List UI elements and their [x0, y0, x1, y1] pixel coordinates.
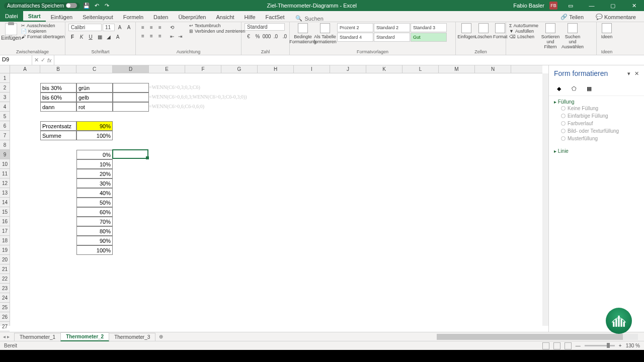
indent-dec[interactable]: ⇤ — [168, 32, 176, 40]
row-header[interactable]: 19 — [0, 245, 10, 255]
sheet-tab[interactable]: Thermometer_2 — [60, 332, 109, 341]
fill-section-header[interactable]: ▸ Füllung — [554, 99, 639, 105]
autosum-button[interactable]: Σ AutoSumme — [509, 23, 538, 28]
cell[interactable]: rot — [76, 102, 113, 112]
decrease-font-icon[interactable]: A — [125, 23, 133, 31]
cell[interactable]: bis 30% — [40, 83, 76, 93]
pane-options-icon[interactable]: ▾ — [627, 70, 630, 77]
paste-button[interactable]: Einfügen — [3, 23, 19, 41]
row-header[interactable]: 22 — [0, 274, 10, 284]
cell[interactable]: Summe — [40, 131, 76, 140]
tab-start[interactable]: Start — [23, 12, 46, 22]
effects-tab-icon[interactable]: ⬠ — [569, 83, 579, 94]
fill-button[interactable]: ▼ Ausfüllen — [509, 29, 538, 34]
row-header[interactable]: 8 — [0, 140, 10, 150]
row-header[interactable]: 11 — [0, 169, 10, 178]
row-header[interactable]: 14 — [0, 198, 10, 207]
cell[interactable]: 0% — [76, 150, 113, 159]
increase-font-icon[interactable]: A — [116, 23, 124, 31]
column-header[interactable]: I — [294, 65, 330, 73]
zoom-level[interactable]: 130 % — [626, 343, 640, 348]
undo-icon[interactable]: ↶ — [93, 2, 100, 9]
cell[interactable]: 70% — [76, 217, 113, 226]
cell[interactable]: 90% — [76, 121, 113, 131]
user-name[interactable]: Fabio Basler — [513, 3, 544, 9]
percent-button[interactable]: % — [254, 32, 262, 40]
line-section-header[interactable]: ▸ Linie — [554, 148, 639, 154]
underline-button[interactable]: U — [87, 33, 95, 41]
copy-button[interactable]: 📄 Kopieren — [21, 29, 65, 34]
column-header[interactable]: G — [221, 65, 258, 73]
column-header[interactable]: H — [258, 65, 294, 73]
save-icon[interactable]: 💾 — [83, 2, 90, 9]
minimize-icon[interactable]: — — [584, 0, 600, 11]
cell[interactable]: 20% — [76, 169, 113, 178]
tab-seitenlayout[interactable]: Seitenlayout — [77, 13, 118, 22]
fill-option[interactable]: Einfarbige Füllung — [554, 112, 639, 120]
align-top[interactable]: ≡ — [139, 23, 147, 31]
row-header[interactable]: 15 — [0, 207, 10, 217]
row-header[interactable]: 21 — [0, 264, 10, 274]
tab-einfuegen[interactable]: Einfügen — [46, 13, 77, 22]
cut-button[interactable]: ✂ Ausschneiden — [21, 23, 65, 28]
fill-option[interactable]: Musterfüllung — [554, 135, 639, 142]
row-header[interactable]: 5 — [0, 112, 10, 121]
delete-cells-button[interactable]: Löschen — [476, 23, 491, 39]
tab-hilfe[interactable]: Hilfe — [239, 13, 261, 22]
zoom-out-icon[interactable]: — — [576, 343, 581, 348]
row-header[interactable]: 7 — [0, 131, 10, 140]
italic-button[interactable]: K — [77, 33, 86, 41]
row-header[interactable]: 25 — [0, 303, 10, 312]
column-header[interactable]: A — [10, 65, 40, 73]
cell[interactable]: 10% — [76, 159, 113, 169]
zoom-in-icon[interactable]: + — [619, 343, 622, 348]
vertical-scrollbar[interactable] — [542, 73, 548, 326]
page-break-view-icon[interactable] — [565, 342, 572, 349]
size-tab-icon[interactable]: ▦ — [584, 83, 594, 94]
close-icon[interactable]: ✕ — [626, 0, 642, 11]
row-header[interactable]: 17 — [0, 226, 10, 236]
cell[interactable]: 30% — [76, 178, 113, 188]
tab-ansicht[interactable]: Ansicht — [211, 13, 239, 22]
horizontal-scrollbar[interactable] — [437, 334, 638, 340]
cell[interactable]: 80% — [76, 226, 113, 236]
border-button[interactable]: ▦ — [96, 33, 104, 41]
currency-button[interactable]: € — [245, 32, 253, 40]
find-select-button[interactable]: Suchen und Auswählen — [562, 23, 583, 49]
zoom-slider[interactable] — [585, 345, 615, 346]
enter-formula-icon[interactable]: ✓ — [41, 57, 45, 63]
cell[interactable] — [113, 83, 149, 93]
row-header[interactable]: 2 — [0, 83, 10, 93]
column-header[interactable]: L — [403, 65, 439, 73]
inc-decimal[interactable]: .0 — [272, 32, 280, 40]
row-header[interactable]: 20 — [0, 255, 10, 264]
font-size-select[interactable]: 11 — [103, 24, 115, 31]
fill-option[interactable]: Farbverlauf — [554, 120, 639, 127]
column-header[interactable]: D — [113, 65, 149, 73]
row-header[interactable]: 13 — [0, 188, 10, 198]
cell[interactable]: gelb — [76, 93, 113, 102]
dec-decimal[interactable]: .0 — [281, 32, 289, 40]
ideas-button[interactable]: Ideen — [600, 23, 614, 39]
cell[interactable]: 100% — [76, 245, 113, 255]
number-format-select[interactable]: Standard — [245, 23, 285, 31]
thousands-button[interactable]: 000 — [263, 32, 271, 40]
row-header[interactable]: 6 — [0, 121, 10, 131]
name-box[interactable]: D9 — [0, 55, 32, 65]
search-box[interactable]: 🔍 Suchen — [295, 15, 323, 22]
row-header[interactable]: 26 — [0, 312, 10, 322]
row-header[interactable]: 12 — [0, 178, 10, 188]
row-header[interactable]: 1 — [0, 73, 10, 83]
row-header[interactable]: 23 — [0, 284, 10, 293]
column-header[interactable]: E — [149, 65, 185, 73]
column-header[interactable]: B — [40, 65, 76, 73]
user-badge[interactable]: FB — [549, 2, 557, 10]
pane-close-icon[interactable]: ✕ — [634, 70, 639, 77]
redo-icon[interactable]: ↷ — [103, 2, 110, 9]
cell[interactable]: 60% — [76, 207, 113, 217]
column-header[interactable]: J — [330, 65, 366, 73]
orientation-button[interactable]: ⟲ — [168, 23, 176, 31]
row-header[interactable]: 9 — [0, 150, 10, 159]
cell[interactable]: Prozentsatz — [40, 121, 76, 131]
tab-formeln[interactable]: Formeln — [118, 13, 148, 22]
